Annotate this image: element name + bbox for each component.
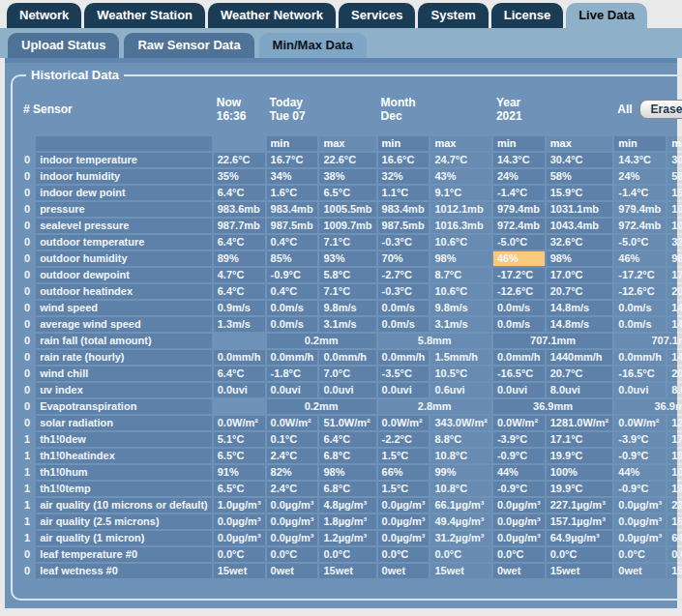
sensor-number: 0: [20, 169, 34, 184]
sensor-name: outdoor humidity: [36, 251, 212, 266]
subheader-all-max: max: [667, 136, 682, 151]
subtab-min-max-data[interactable]: Min/Max Data: [259, 33, 367, 58]
value-cell: 19.9°C: [547, 482, 613, 496]
value-cell: 1.5°C: [378, 482, 430, 496]
value-cell: 15wet: [214, 564, 265, 578]
sensor-number: 0: [20, 416, 34, 430]
value-cell: 987.5mb: [378, 219, 430, 233]
sensor-rows: 0indoor temperature22.6°C16.7°C22.6°C16.…: [20, 153, 682, 578]
value-cell: 0.0°C: [667, 547, 682, 562]
value-cell: 85%: [267, 251, 318, 266]
value-cell: 30.4°C: [547, 153, 613, 167]
value-cell: -16.5°C: [614, 367, 666, 381]
value-cell: 8.8°C: [430, 432, 490, 447]
value-cell: 0.0µg/m³: [267, 514, 318, 529]
value-cell: 0.0W/m²: [378, 416, 430, 430]
sensor-row-rain-rate-hourly: 0rain rate (hourly)0.0mm/h0.0mm/h0.0mm/h…: [20, 350, 682, 365]
value-cell: 1.6°C: [267, 186, 318, 200]
sensor-row-outdoor-humidity: 0outdoor humidity89%85%93%70%98%46%98%46…: [20, 251, 682, 266]
col-header-year: Year 2021: [493, 84, 612, 134]
erase-button[interactable]: Erase: [639, 100, 682, 119]
subheader-now-spacer: [214, 136, 265, 151]
value-cell: -0.3°C: [378, 235, 430, 249]
col-header-today: Today Tue 07: [267, 84, 376, 134]
value-cell: 91%: [214, 465, 265, 480]
value-cell: 0.0°C: [267, 547, 318, 562]
sensor-name: th1!0heatindex: [36, 449, 212, 463]
value-cell: 98%: [319, 465, 375, 480]
value-cell: 8.7°C: [430, 268, 490, 282]
value-cell: 5.1°C: [214, 432, 265, 447]
value-cell: 32.6°C: [667, 235, 682, 249]
value-cell: 2.4°C: [267, 449, 318, 463]
sensor-row-th1-0dew: 1th1!0dew5.1°C0.1°C6.4°C-2.2°C8.8°C-3.9°…: [20, 432, 682, 447]
value-cell: 0.0W/m²: [614, 416, 666, 430]
tab-weather-network[interactable]: Weather Network: [208, 3, 336, 28]
value-cell: 1.3m/s: [214, 317, 265, 332]
value-cell: 51.0W/m²: [319, 416, 375, 430]
value-cell: 15wet: [667, 564, 682, 578]
value-cell: 972.4mb: [614, 219, 666, 233]
value-cell: 22.6°C: [214, 153, 265, 167]
tab-services[interactable]: Services: [339, 3, 416, 28]
value-cell: 0.0m/s: [614, 317, 666, 332]
sensor-name: air quality (1 micron): [36, 531, 212, 545]
value-cell: 0.0°C: [493, 547, 545, 562]
value-cell: 9.1°C: [430, 186, 490, 200]
value-cell: 979.4mb: [493, 202, 545, 217]
sensor-name: indoor dew point: [36, 186, 212, 200]
value-cell: 972.4mb: [493, 219, 545, 233]
value-cell: 89%: [214, 251, 265, 266]
value-cell: 14.8m/s: [667, 301, 682, 315]
value-cell: 0.0mm/h: [378, 350, 430, 365]
value-cell: 6.5°C: [214, 449, 265, 463]
minmax-table: # Sensor Now 16:36 Today Tue 07 Month De…: [18, 82, 682, 580]
value-cell: 6.5°C: [214, 482, 265, 496]
value-cell: 6.4°C: [214, 186, 265, 200]
sensor-name: outdoor temperature: [36, 235, 212, 249]
value-cell: 0.0mm/h: [319, 350, 375, 365]
sensor-number: 0: [20, 301, 34, 315]
value-cell: 0.0W/m²: [267, 416, 318, 430]
value-cell: 0.0µg/m³: [378, 498, 430, 513]
value-cell: 0.0µg/m³: [267, 531, 318, 545]
tab-license[interactable]: License: [491, 3, 563, 28]
value-cell: 82%: [267, 465, 318, 480]
sensor-name: sealevel pressure: [36, 219, 212, 233]
value-cell: 1.8µg/m³: [319, 514, 375, 529]
value-cell: -2.2°C: [378, 432, 430, 447]
highlighted-value-cell[interactable]: 46%: [493, 251, 545, 266]
subtab-raw-sensor-data[interactable]: Raw Sensor Data: [124, 33, 253, 58]
value-cell: 6.8°C: [319, 482, 375, 496]
sensor-number: 0: [20, 251, 34, 266]
tab-live-data[interactable]: Live Data: [566, 3, 647, 28]
subheader-spacer: [20, 136, 34, 151]
value-cell: 19.9°C: [667, 482, 682, 496]
value-cell: 34%: [267, 169, 318, 184]
sensor-row-indoor-humidity: 0indoor humidity35%34%38%32%43%24%58%24%…: [20, 169, 682, 184]
subtab-bar: Upload StatusRaw Sensor DataMin/Max Data: [0, 28, 682, 58]
sensor-row-indoor-dew-point: 0indoor dew point6.4°C1.6°C6.5°C1.1°C9.1…: [20, 186, 682, 200]
value-cell: 16.7°C: [267, 153, 318, 167]
subtab-upload-status[interactable]: Upload Status: [8, 33, 119, 58]
value-cell: 0.0m/s: [378, 317, 430, 332]
value-cell-span: 0.2mm: [267, 399, 376, 414]
value-cell: 0.0µg/m³: [493, 498, 545, 513]
value-cell: 1031.1mb: [547, 202, 613, 217]
value-cell: 2.4°C: [267, 482, 318, 496]
subheader-name-spacer: [36, 136, 212, 151]
value-cell: -3.9°C: [614, 432, 666, 447]
tab-system[interactable]: System: [418, 3, 488, 28]
value-cell: 16.6°C: [378, 153, 430, 167]
app-window: NetworkWeather StationWeather NetworkSer…: [0, 0, 682, 616]
value-cell: 44%: [493, 465, 545, 480]
value-cell: -1.8°C: [267, 367, 318, 381]
sensor-number: 0: [20, 284, 34, 299]
tab-weather-station[interactable]: Weather Station: [84, 3, 205, 28]
tab-network[interactable]: Network: [7, 3, 81, 28]
value-cell-now: [214, 399, 265, 414]
sensor-row-outdoor-heatindex: 0outdoor heatindex6.4°C0.4°C7.1°C-0.3°C1…: [20, 284, 682, 299]
value-cell: 0.0°C: [214, 547, 265, 562]
value-cell: -17.2°C: [493, 268, 545, 282]
value-cell: 1.5°C: [378, 449, 430, 463]
